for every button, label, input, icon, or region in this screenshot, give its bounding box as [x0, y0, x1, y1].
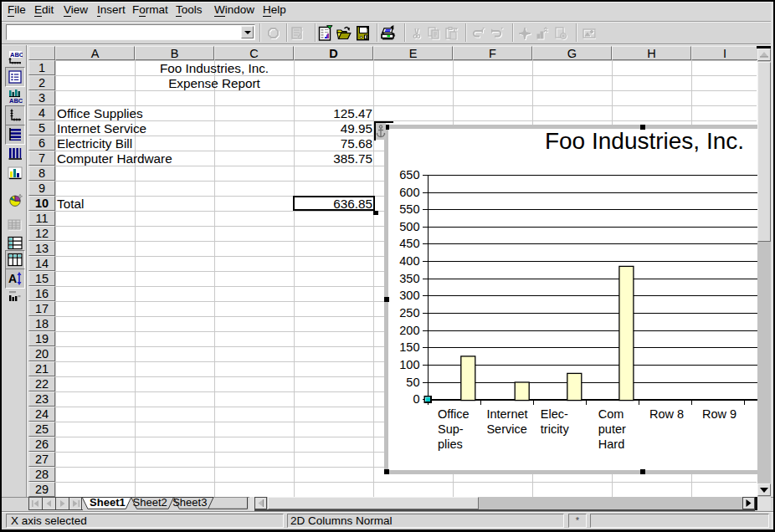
- svg-text:0: 0: [413, 392, 419, 406]
- svg-text:150: 150: [399, 340, 419, 354]
- svg-text:A: A: [8, 272, 17, 285]
- svg-text:Sup-: Sup-: [438, 422, 464, 436]
- svg-text:puter: puter: [598, 422, 626, 436]
- svg-text:tricity: tricity: [541, 422, 570, 436]
- svg-text:600: 600: [399, 186, 419, 199]
- svg-text:300: 300: [399, 289, 419, 302]
- svg-text:450: 450: [399, 237, 419, 250]
- svg-text:Office: Office: [438, 407, 470, 421]
- svg-text:400: 400: [399, 254, 419, 268]
- svg-text:250: 250: [399, 306, 419, 320]
- svg-text:Foo Industries, Inc.: Foo Industries, Inc.: [545, 129, 744, 154]
- svg-text:Sheet3: Sheet3: [172, 497, 207, 509]
- svg-text:plies: plies: [438, 437, 463, 451]
- svg-text:Sheet1: Sheet1: [90, 497, 126, 509]
- svg-text:Row 9: Row 9: [702, 407, 737, 421]
- svg-text:Com: Com: [598, 407, 624, 421]
- svg-text:ABC: ABC: [9, 97, 23, 104]
- svg-text:550: 550: [399, 202, 419, 216]
- svg-text:500: 500: [399, 220, 419, 233]
- svg-text:Sheet2: Sheet2: [133, 497, 167, 509]
- svg-text:650: 650: [399, 168, 419, 182]
- svg-text:Internet: Internet: [486, 407, 527, 421]
- svg-text:ABC: ABC: [10, 51, 23, 59]
- svg-text:Row 8: Row 8: [649, 407, 684, 421]
- svg-text:Hard: Hard: [598, 437, 624, 451]
- svg-text:350: 350: [399, 272, 419, 285]
- svg-text:200: 200: [399, 324, 419, 337]
- svg-text:50: 50: [406, 376, 419, 389]
- svg-text:100: 100: [399, 358, 419, 371]
- svg-text:Service: Service: [486, 422, 526, 436]
- svg-text:Elec-: Elec-: [541, 407, 568, 421]
